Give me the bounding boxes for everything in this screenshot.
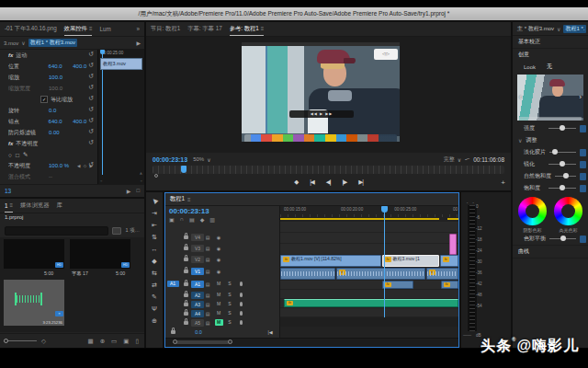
monitor-scrubber[interactable] [153,166,504,174]
mic-icon[interactable] [235,282,246,287]
pen-tool[interactable]: ✎ [146,291,163,303]
solo-button-a4[interactable]: S [226,310,234,316]
value-field-cut[interactable] [580,149,586,156]
tab-program-monitor[interactable]: 节目: 教程1 [151,22,180,36]
sync-lock-icon[interactable]: ▤ [202,235,213,240]
find-icon[interactable]: ⊕ [100,338,105,345]
value-field-cut[interactable] [580,185,586,192]
step-forward-icon[interactable]: |▶ [343,178,347,186]
eye-icon[interactable]: ◉ [213,269,224,274]
intensity-slider[interactable] [548,128,576,129]
project-item-caption[interactable]: HD [70,239,130,269]
list-view-icon[interactable] [112,227,121,235]
timeline-settings-icon[interactable]: ▥ [209,216,215,223]
mic-icon[interactable] [235,302,246,307]
saturation-slider[interactable] [548,188,576,189]
shadow-tint-wheel[interactable] [518,197,547,225]
clip-v1-tutorial3-selected[interactable]: fx教程3.mov [1 [382,255,439,267]
rate-stretch-tool[interactable]: ↔ [146,243,163,255]
mute-button-a4[interactable]: M [215,310,223,316]
blend-mode-value[interactable]: -- [49,174,74,179]
window-titlebar[interactable]: /用户/mac/文稿/Adobe/Premiere Pro/11.0/Adobe… [0,7,588,20]
chevron-down-icon[interactable]: ∨ [557,26,560,32]
sharpen-slider[interactable] [548,164,576,165]
solo-button-a5[interactable]: S [226,319,234,326]
reset-icon[interactable]: ↺ [88,106,94,113]
lock-icon[interactable] [180,320,191,326]
section-curves[interactable]: 曲线 [513,245,588,259]
slide-tool[interactable]: ⇄ [146,279,163,291]
eye-icon[interactable]: ◉ [213,246,224,251]
nest-insert-icon[interactable]: ▣ [169,216,175,223]
mute-button-a2[interactable]: M [215,292,223,298]
panel-menu-icon[interactable]: ≡ [187,197,191,202]
mute-button-a3[interactable]: M [215,301,223,307]
sync-lock-icon[interactable]: ▤ [202,293,213,298]
lock-icon[interactable] [180,293,191,298]
tab-media-browser[interactable]: 媒体浏览器 [20,199,49,213]
timeline-playhead[interactable] [384,206,385,317]
project-item-audio-selected[interactable]: ≡ 3:23.25236 [4,280,64,326]
reset-icon[interactable]: ↺ [88,139,94,146]
zoom-diamond-icon[interactable]: ◇ [41,338,46,345]
panel-menu-icon[interactable]: ≡ [261,26,265,31]
look-preview-thumbnail[interactable]: ‹ › [517,75,583,121]
sync-lock-icon[interactable]: ▤ [202,311,213,316]
search-input[interactable] [5,226,108,236]
solo-button-a2[interactable]: S [226,292,234,298]
timeline-tab[interactable]: 教程1 ≡ [165,193,458,206]
section-basic-correction[interactable]: 基本校正 [513,36,588,49]
scale-value[interactable]: 100.0 [49,75,74,80]
lock-icon[interactable] [171,329,175,335]
reset-icon[interactable]: ↺ [88,84,94,91]
button-editor-plus-icon[interactable]: + [501,178,505,187]
reset-icon[interactable]: ↺ [88,128,94,135]
clip-a2-segment2[interactable]: fx [441,281,458,289]
clip-pink-graphic[interactable] [449,234,457,255]
sync-lock-icon[interactable]: ▤ [202,257,213,262]
clip-a1-segment1[interactable] [280,268,335,280]
zoom-level-dropdown[interactable]: 50% ∨ [193,156,210,163]
eye-icon[interactable]: ◉ [213,257,224,262]
goto-start-icon[interactable]: |◀ [265,329,276,335]
mute-button-a1[interactable]: M [215,281,223,287]
tab-effect-controls[interactable]: 效果控件 ≡ [64,22,93,36]
monitor-timecode[interactable]: 00:00:23:13 [153,156,187,163]
zoom-tool[interactable]: ⊕ [146,315,163,327]
lock-icon[interactable] [180,269,191,274]
ripple-edit-tool[interactable]: ⇤ [146,219,163,231]
scrollbar-track[interactable] [175,340,230,344]
uniform-scale-checkbox[interactable]: ✓ [40,96,48,103]
chevron-down-icon[interactable]: ∨ [21,40,25,46]
goto-in-icon[interactable]: |◀ [310,178,314,186]
add-marker-icon[interactable]: ◆ [294,178,298,186]
sequence-clip-selection[interactable]: 教程1 * 教程3.mov [28,39,77,47]
play-around-icon[interactable]: ▶ [127,188,131,194]
add-marker-icon[interactable]: ◆ [200,216,205,223]
new-item-icon[interactable]: ▣ [123,338,129,345]
value-field-cut[interactable] [580,236,586,243]
sync-lock-icon[interactable]: ▤ [202,302,213,307]
vibrance-slider[interactable] [555,176,576,177]
reset-icon[interactable]: ↺ [88,95,94,102]
project-item-video[interactable]: HD [4,239,64,269]
video-preview[interactable]: ◀◀ ▶ ▶▶ ◁ ▷ [242,42,400,142]
scroll-up-icon[interactable]: ∧ [140,171,142,176]
mic-icon[interactable] [235,293,246,298]
goto-out-icon[interactable]: ▶| [358,178,363,186]
look-prev-arrow-icon[interactable]: ‹ [519,93,522,101]
scrollbar-handle-right[interactable] [228,339,232,344]
lock-icon[interactable] [180,257,191,262]
tab-lumetri-scopes[interactable]: Lum [99,22,110,36]
thumbnail-zoom-slider[interactable] [6,340,37,341]
antiflicker-value[interactable]: 0.00 [49,130,74,135]
lock-icon[interactable] [180,246,191,251]
scrollbar-handle-left[interactable] [173,339,177,344]
effect-opacity-header[interactable]: fx 不透明度 ↺ [0,138,97,149]
color-balance-slider[interactable] [549,238,576,239]
lumetri-master-label[interactable]: 主 * 教程3.mov [517,25,554,33]
tab-project[interactable]: 1 ≡ [5,199,13,213]
mic-icon[interactable] [235,311,246,316]
resolution-dropdown[interactable]: 完整 ∨ [444,155,461,164]
lock-icon[interactable] [180,235,191,240]
